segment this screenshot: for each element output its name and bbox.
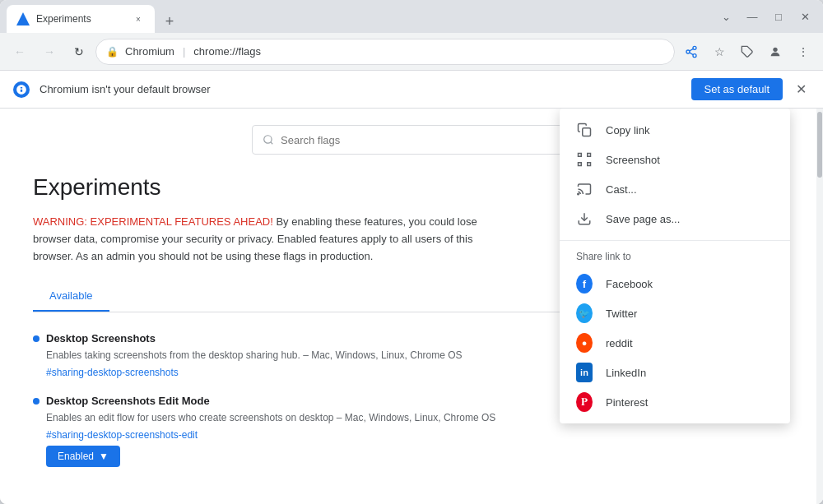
info-message: Chromium isn't your default browser xyxy=(40,83,681,95)
flag-actions-2: Enabled ▼ xyxy=(46,446,783,467)
window-controls: ⌄ — □ ✕ xyxy=(714,5,816,28)
twitter-logo: 🐦 xyxy=(576,303,593,323)
share-icon-button[interactable] xyxy=(678,39,704,65)
reddit-logo: ● xyxy=(576,333,593,353)
svg-line-4 xyxy=(690,49,694,51)
twitter-label: Twitter xyxy=(606,307,637,320)
linkedin-label: LinkedIn xyxy=(606,367,646,379)
address-separator: | xyxy=(183,45,185,58)
info-bar: Chromium isn't your default browser Set … xyxy=(0,71,823,109)
menu-item-twitter[interactable]: 🐦 Twitter xyxy=(560,298,790,328)
menu-divider-1 xyxy=(560,240,790,241)
reddit-icon: ● xyxy=(576,335,593,351)
extension-puzzle-icon[interactable] xyxy=(734,39,760,65)
scrollbar-thumb[interactable] xyxy=(817,112,822,178)
svg-line-8 xyxy=(271,142,273,145)
address-site: Chromium xyxy=(125,45,174,58)
pinterest-icon: 𝐏 xyxy=(576,394,593,410)
facebook-icon: f xyxy=(576,275,593,292)
screenshot-icon xyxy=(576,151,593,168)
svg-point-0 xyxy=(693,46,696,49)
warning-highlight: WARNING: EXPERIMENTAL FEATURES AHEAD! xyxy=(33,215,273,228)
browser-window: Experiments × + ⌄ — □ ✕ ← → ↻ 🔒 Chromium… xyxy=(0,0,823,504)
pinterest-label: Pinterest xyxy=(606,396,648,409)
svg-line-3 xyxy=(690,53,694,55)
active-tab[interactable]: Experiments × xyxy=(7,5,155,33)
chevron-down-button[interactable]: ⌄ xyxy=(714,5,737,28)
pinterest-logo: 𝐏 xyxy=(576,392,593,412)
lock-icon: 🔒 xyxy=(106,46,119,58)
close-button[interactable]: ✕ xyxy=(793,5,816,28)
chromium-info-icon xyxy=(13,81,30,98)
menu-item-save-page[interactable]: Save page as... xyxy=(560,204,790,234)
linkedin-logo: in xyxy=(576,363,593,382)
menu-item-screenshot[interactable]: Screenshot xyxy=(560,145,790,174)
save-page-label: Save page as... xyxy=(606,213,680,225)
svg-point-2 xyxy=(693,53,696,57)
back-button[interactable]: ← xyxy=(7,39,33,65)
search-icon xyxy=(263,134,274,146)
forward-button[interactable]: → xyxy=(36,39,63,65)
facebook-logo: f xyxy=(576,274,593,294)
maximize-button[interactable]: □ xyxy=(767,5,790,28)
facebook-label: Facebook xyxy=(606,278,653,290)
title-bar: Experiments × + ⌄ — □ ✕ xyxy=(0,0,823,33)
set-default-button[interactable]: Set as default xyxy=(691,78,783,100)
copy-link-icon xyxy=(576,122,593,138)
tab-title: Experiments xyxy=(36,13,125,25)
reddit-label: reddit xyxy=(606,337,633,349)
info-close-button[interactable]: ✕ xyxy=(793,78,810,100)
tab-available[interactable]: Available xyxy=(33,281,109,312)
linkedin-icon: in xyxy=(576,364,593,381)
toolbar: ← → ↻ 🔒 Chromium | chrome://flags ☆ xyxy=(0,33,823,71)
bookmark-star-button[interactable]: ☆ xyxy=(706,39,732,65)
svg-point-6 xyxy=(773,47,777,51)
content-area: Experiments WARNING: EXPERIMENTAL FEATUR… xyxy=(0,109,823,504)
address-bar[interactable]: 🔒 Chromium | chrome://flags xyxy=(95,39,675,65)
flag-link-2[interactable]: #sharing-desktop-screenshots-edit xyxy=(46,429,198,441)
minimize-button[interactable]: — xyxy=(741,5,764,28)
menu-item-pinterest[interactable]: 𝐏 Pinterest xyxy=(560,387,790,417)
svg-rect-9 xyxy=(583,128,591,136)
copy-link-label: Copy link xyxy=(606,124,649,136)
scrollbar[interactable] xyxy=(816,109,823,504)
menu-item-facebook[interactable]: f Facebook xyxy=(560,269,790,298)
save-page-icon xyxy=(576,210,593,227)
menu-item-copy-link[interactable]: Copy link xyxy=(560,115,790,145)
warning-text: WARNING: EXPERIMENTAL FEATURES AHEAD! By… xyxy=(33,214,494,265)
twitter-icon: 🐦 xyxy=(576,305,593,321)
menu-item-cast[interactable]: Cast... xyxy=(560,174,790,204)
new-tab-button[interactable]: + xyxy=(158,10,181,33)
cast-icon xyxy=(576,181,593,197)
share-link-label: Share link to xyxy=(560,247,790,269)
toolbar-actions: ☆ ⋮ xyxy=(678,39,816,65)
svg-point-7 xyxy=(264,136,272,143)
menu-item-reddit[interactable]: ● reddit xyxy=(560,328,790,358)
search-input[interactable] xyxy=(281,134,554,146)
flag-link-1[interactable]: #sharing-desktop-screenshots xyxy=(46,367,179,378)
svg-point-1 xyxy=(686,50,690,53)
cast-label: Cast... xyxy=(606,183,637,196)
screenshot-label: Screenshot xyxy=(606,154,660,166)
tabs-area: Experiments × + xyxy=(7,0,714,33)
enabled-button-2[interactable]: Enabled ▼ xyxy=(46,446,120,467)
search-flags-bar[interactable] xyxy=(252,125,565,155)
svg-point-10 xyxy=(578,193,579,195)
tab-favicon xyxy=(16,12,30,25)
flag-dot-2 xyxy=(33,398,40,405)
context-menu: Copy link Screenshot Cast... xyxy=(560,109,790,423)
profile-button[interactable] xyxy=(762,39,788,65)
menu-item-linkedin[interactable]: in LinkedIn xyxy=(560,358,790,387)
more-options-button[interactable]: ⋮ xyxy=(790,39,816,65)
flag-dot-1 xyxy=(33,335,40,342)
dropdown-arrow-icon: ▼ xyxy=(99,451,109,462)
reload-button[interactable]: ↻ xyxy=(66,39,92,65)
tab-close-button[interactable]: × xyxy=(132,12,145,25)
address-url: chrome://flags xyxy=(193,45,261,58)
